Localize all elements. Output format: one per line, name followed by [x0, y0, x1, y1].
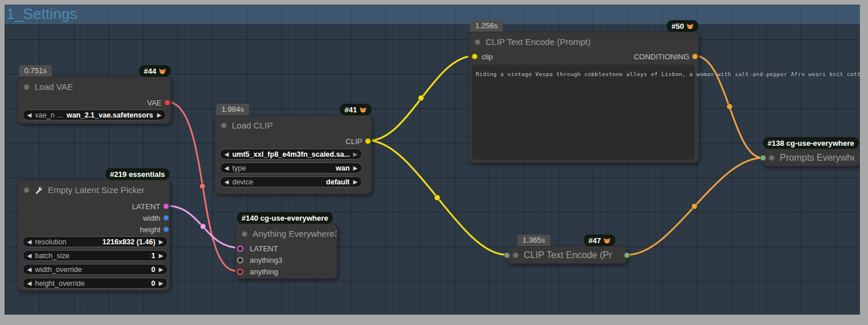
slot-label: LATENT [132, 202, 160, 211]
prev-arrow-icon[interactable]: ◀ [224, 179, 229, 185]
node-clip-text-encode-50[interactable]: 1.256s #50 CLIP Text Encode (Prompt) cli… [468, 32, 699, 163]
node-status-dot [475, 39, 480, 45]
node-load-clip[interactable]: 1.984s #41 Load CLIP CLIP ◀ umt5_xxl_fp8… [215, 115, 372, 194]
slot-row-anything-input: anything [236, 266, 337, 277]
slot-row-latent-input: LATENT [236, 243, 337, 254]
collapsed-output-dot[interactable] [624, 252, 630, 258]
link-midpoint-dot[interactable] [200, 183, 205, 189]
node-empty-latent-size-picker[interactable]: #219 essentials Empty Latent Size Picker… [17, 180, 170, 291]
widget-value: default [257, 178, 350, 186]
node-load-vae[interactable]: 0.751s #44 Load VAE VAE ◀ vae_n ... wan_… [17, 77, 171, 124]
collapsed-input-dot[interactable] [504, 252, 510, 258]
next-arrow-icon[interactable]: ▶ [157, 112, 161, 118]
slot-clip-output-dot[interactable] [365, 138, 371, 144]
widget-type[interactable]: ◀ type wan ▶ [220, 162, 362, 173]
slot-row-height-output: height [18, 224, 170, 235]
node-status-dot [513, 252, 518, 258]
slot-anything3-input-dot[interactable] [237, 257, 243, 263]
node-title-text: Empty Latent Size Picker [48, 185, 145, 195]
node-status-dot [221, 123, 227, 129]
node-status-dot [24, 187, 29, 193]
slot-label: width [143, 214, 160, 222]
widget-device[interactable]: ◀ device default ▶ [220, 176, 362, 187]
collapsed-input-dot[interactable] [760, 155, 766, 161]
slot-row-clip-output: CLIP [215, 135, 371, 147]
node-status-dot [24, 84, 29, 90]
slot-height-output-dot[interactable] [163, 226, 169, 232]
node-id-badge: #44 [139, 65, 171, 77]
node-id-badge: #50 [667, 20, 698, 32]
slot-label-clip: clip [482, 52, 493, 61]
node-title-text: Load VAE [35, 82, 73, 92]
widget-value: 0 [85, 266, 155, 274]
widget-name: device [232, 178, 253, 186]
next-arrow-icon[interactable]: ▶ [159, 266, 163, 273]
node-id-badge: #138 cg-use-everywhere [763, 137, 859, 149]
fox-icon [159, 67, 166, 75]
widget-name: width_override [35, 266, 82, 274]
slot-latent-output-dot[interactable] [163, 203, 169, 209]
slot-label: anything3 [250, 256, 282, 264]
prev-arrow-icon[interactable]: ◀ [224, 165, 229, 171]
slot-row-anything3-input: anything3 [236, 254, 337, 266]
fox-icon [686, 22, 694, 30]
node-id-badge: #219 essentials [106, 168, 170, 180]
next-arrow-icon[interactable]: ▶ [353, 179, 358, 185]
slot-label: anything [250, 267, 278, 276]
widget-resolution[interactable]: ◀ resolution 1216x832 (1.46) ▶ [22, 236, 168, 247]
prev-arrow-icon[interactable]: ◀ [27, 266, 32, 273]
next-arrow-icon[interactable]: ▶ [159, 252, 163, 259]
prev-arrow-icon[interactable]: ◀ [224, 151, 229, 157]
widget-name: height_override [35, 279, 85, 288]
fox-icon [603, 237, 611, 244]
prev-arrow-icon[interactable]: ◀ [27, 252, 32, 259]
slot-row-latent-output: LATENT [18, 201, 170, 212]
prompt-text[interactable]: Riding a vintage Vespa through cobblesto… [476, 71, 860, 77]
widget-value: 1 [73, 252, 155, 260]
link-midpoint-dot[interactable] [434, 195, 440, 201]
badge-text: #219 essentials [110, 170, 165, 179]
node-graph-canvas[interactable]: 1_Settings 0.751s #44 Load V [5, 5, 860, 315]
slot-vae-output-dot[interactable] [164, 100, 170, 105]
node-anything-everywhere3[interactable]: #140 cg-use-everywhere Anything Everywhe… [235, 224, 337, 279]
link-midpoint-dot[interactable] [200, 224, 206, 229]
next-arrow-icon[interactable]: ▶ [353, 151, 358, 157]
prev-arrow-icon[interactable]: ◀ [27, 239, 32, 245]
slot-label: height [140, 225, 160, 234]
app-window: 1_Settings 0.751s #44 Load V [0, 0, 868, 325]
slot-latent-input-dot[interactable] [237, 245, 243, 252]
node-title-text: Prompts Everywhere [780, 153, 854, 163]
badge-text: #41 [344, 105, 357, 114]
widget-value: wan_2.1_vae.safetensors [66, 111, 154, 119]
widget-height-override[interactable]: ◀ height_override 0 ▶ [22, 278, 168, 289]
link-midpoint-dot[interactable] [692, 203, 697, 209]
prev-arrow-icon[interactable]: ◀ [27, 280, 32, 286]
slot-label: VAE [147, 99, 161, 107]
timing-badge: 1.365s [517, 235, 550, 246]
slot-clip-input-dot[interactable] [472, 54, 478, 59]
widget-width-override[interactable]: ◀ width_override 0 ▶ [22, 264, 168, 275]
slot-label-conditioning: CONDITIONING [634, 52, 689, 61]
link-midpoint-dot[interactable] [727, 104, 732, 109]
node-prompts-everywhere[interactable]: #138 cg-use-everywhere Prompts Everywher… [762, 149, 860, 167]
next-arrow-icon[interactable]: ▶ [159, 280, 163, 286]
wrench-icon [35, 186, 43, 194]
badge-text: #140 cg-use-everywhere [242, 214, 328, 222]
timing-badge: 0.751s [19, 65, 52, 77]
node-status-dot [769, 155, 775, 161]
node-clip-text-encode-47[interactable]: 1.365s #47 CLIP Text Encode (Pr [506, 246, 627, 264]
slot-conditioning-output-dot[interactable] [692, 54, 698, 59]
link-midpoint-dot[interactable] [418, 95, 424, 101]
widget-vae-name[interactable]: ◀ vae_n ... wan_2.1_vae.safetensors ▶ [22, 109, 166, 120]
slot-width-output-dot[interactable] [163, 215, 169, 221]
prev-arrow-icon[interactable]: ◀ [27, 112, 32, 118]
widget-clip-name[interactable]: ◀ umt5_xxl_fp8_e4m3fn_scaled.sa... ▶ [220, 149, 362, 160]
widget-value: wan [249, 164, 350, 172]
widget-batch-size[interactable]: ◀ batch_size 1 ▶ [22, 250, 168, 261]
slot-label: CLIP [345, 137, 362, 146]
next-arrow-icon[interactable]: ▶ [353, 165, 358, 171]
next-arrow-icon[interactable]: ▶ [159, 239, 163, 245]
slot-anything-input-dot[interactable] [237, 269, 243, 275]
badge-text: #47 [588, 236, 601, 245]
prompt-textarea[interactable] [472, 65, 694, 160]
